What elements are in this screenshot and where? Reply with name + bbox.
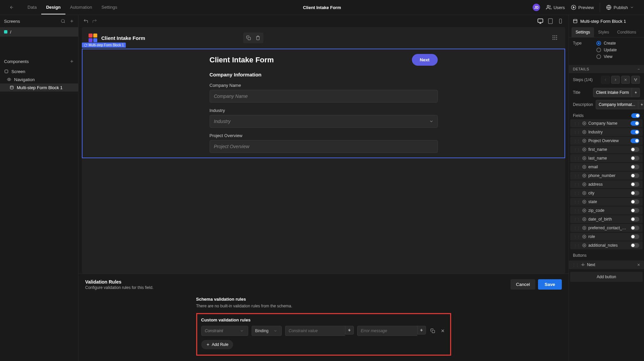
tablet-device-icon[interactable]	[547, 18, 554, 24]
step-prev-button[interactable]	[601, 76, 610, 84]
field-toggle[interactable]	[631, 199, 639, 204]
nav-tab-design[interactable]: Design	[41, 1, 65, 14]
gear-icon[interactable]	[582, 217, 586, 221]
cancel-button[interactable]: Cancel	[511, 279, 535, 290]
drag-handle-icon[interactable]: ⋮⋮	[574, 157, 580, 160]
field-row[interactable]: ⋮⋮state	[570, 198, 643, 206]
fields-master-toggle[interactable]	[631, 113, 640, 118]
drag-handle-icon[interactable]: ⋮⋮	[574, 148, 580, 152]
field-row[interactable]: ⋮⋮email	[570, 163, 643, 171]
publish-button[interactable]: Publish	[600, 3, 637, 12]
gear-icon[interactable]	[582, 208, 586, 213]
nav-tab-automation[interactable]: Automation	[65, 1, 97, 14]
gear-icon[interactable]	[581, 263, 585, 267]
field-toggle[interactable]	[631, 165, 639, 169]
field-row[interactable]: ⋮⋮first_name	[570, 145, 643, 154]
add-rule-button[interactable]: Add Rule	[201, 340, 233, 349]
copy-block-button[interactable]	[245, 34, 253, 42]
error-message-input[interactable]	[357, 326, 417, 336]
field-toggle[interactable]	[631, 156, 639, 161]
field-toggle[interactable]	[631, 130, 639, 134]
type-radio-update[interactable]: Update	[596, 48, 617, 52]
field-row[interactable]: ⋮⋮role	[570, 233, 643, 241]
field-row[interactable]: ⋮⋮preferred_contact_method	[570, 224, 643, 232]
drag-handle-icon[interactable]: ⋮⋮	[574, 235, 580, 239]
gear-icon[interactable]	[582, 130, 586, 134]
remove-rule-icon[interactable]	[439, 327, 446, 334]
field-toggle[interactable]	[631, 217, 639, 222]
title-input[interactable]: Client Intake Form	[593, 88, 632, 97]
description-input[interactable]: Company Informat...	[596, 100, 638, 109]
component-item[interactable]: Screen	[0, 67, 78, 75]
field-toggle[interactable]	[631, 243, 639, 248]
drag-handle-icon[interactable]: ⋮⋮	[572, 263, 579, 267]
drag-handle-icon[interactable]: ⋮⋮	[574, 218, 580, 221]
gear-icon[interactable]	[582, 200, 586, 204]
rp-tab-conditions[interactable]: Conditions	[613, 27, 640, 37]
constraint-value-input[interactable]	[285, 326, 345, 336]
field-input-industry[interactable]	[210, 115, 438, 128]
undo-button[interactable]	[83, 18, 89, 24]
constraint-bolt-button[interactable]	[345, 326, 354, 335]
field-input-project-overview[interactable]	[210, 140, 438, 153]
drag-handle-icon[interactable]: ⋮⋮	[574, 122, 580, 125]
gear-icon[interactable]	[582, 191, 586, 195]
field-input-company-name[interactable]	[210, 90, 438, 103]
gear-icon[interactable]	[582, 235, 586, 239]
field-row[interactable]: ⋮⋮Company Name	[570, 119, 643, 127]
nav-tab-settings[interactable]: Settings	[97, 1, 122, 14]
error-bolt-button[interactable]	[417, 326, 426, 335]
drag-handle-icon[interactable]: ⋮⋮	[574, 183, 580, 186]
field-row[interactable]: ⋮⋮Industry	[570, 128, 643, 136]
rp-tab-styles[interactable]: Styles	[594, 27, 613, 37]
drag-handle-icon[interactable]: ⋮⋮	[574, 209, 580, 213]
gear-icon[interactable]	[582, 121, 586, 125]
drag-handle-icon[interactable]: ⋮⋮	[574, 200, 580, 204]
field-toggle[interactable]	[631, 182, 639, 187]
field-row[interactable]: ⋮⋮Project Overview	[570, 137, 643, 145]
duplicate-rule-icon[interactable]	[429, 327, 436, 334]
step-close-button[interactable]	[621, 76, 630, 84]
gear-icon[interactable]	[582, 174, 586, 178]
field-row[interactable]: ⋮⋮last_name	[570, 154, 643, 162]
field-toggle[interactable]	[631, 208, 639, 213]
field-toggle[interactable]	[631, 234, 639, 239]
save-button[interactable]: Save	[538, 279, 562, 290]
drag-handle-icon[interactable]: ⋮⋮	[574, 130, 580, 134]
add-component-icon[interactable]	[69, 59, 74, 64]
back-button[interactable]	[7, 4, 17, 11]
field-row[interactable]: ⋮⋮city	[570, 189, 643, 197]
component-item[interactable]: Navigation	[0, 75, 78, 83]
field-row[interactable]: ⋮⋮phone_number	[570, 172, 643, 180]
search-icon[interactable]	[61, 19, 65, 23]
rp-tab-settings[interactable]: Settings	[572, 27, 594, 37]
gear-icon[interactable]	[582, 156, 586, 160]
binding-select[interactable]: Binding	[252, 326, 282, 336]
field-toggle[interactable]	[631, 173, 639, 178]
field-toggle[interactable]	[631, 138, 639, 143]
type-radio-view[interactable]: View	[596, 54, 617, 59]
step-branch-button[interactable]	[631, 76, 640, 84]
drag-handle-icon[interactable]: ⋮⋮	[574, 139, 580, 143]
type-radio-create[interactable]: Create	[596, 41, 617, 46]
drag-handle-icon[interactable]: ⋮⋮	[574, 191, 580, 195]
nav-tab-data[interactable]: Data	[23, 1, 41, 14]
drag-handle-icon[interactable]: ⋮⋮	[574, 244, 580, 247]
field-row[interactable]: ⋮⋮zip_code	[570, 206, 643, 215]
remove-button-icon[interactable]	[637, 263, 641, 267]
gear-icon[interactable]	[582, 182, 586, 186]
mobile-device-icon[interactable]	[557, 18, 564, 24]
description-bolt-button[interactable]	[638, 100, 644, 109]
field-row[interactable]: ⋮⋮address	[570, 180, 643, 188]
drag-handle-icon[interactable]: ⋮⋮	[574, 226, 580, 230]
drag-handle-icon[interactable]: ⋮⋮	[574, 165, 580, 169]
gear-icon[interactable]	[582, 139, 586, 143]
drag-handle-icon[interactable]: ⋮⋮	[574, 174, 580, 178]
add-button-button[interactable]: Add button	[570, 272, 643, 282]
collapse-details-icon[interactable]: −	[638, 67, 640, 71]
field-row[interactable]: ⋮⋮additional_notes	[570, 241, 643, 249]
field-toggle[interactable]	[631, 121, 639, 126]
component-item[interactable]: Multi-step Form Block 1	[0, 83, 78, 92]
title-bolt-button[interactable]	[632, 88, 640, 97]
field-toggle[interactable]	[631, 147, 639, 152]
